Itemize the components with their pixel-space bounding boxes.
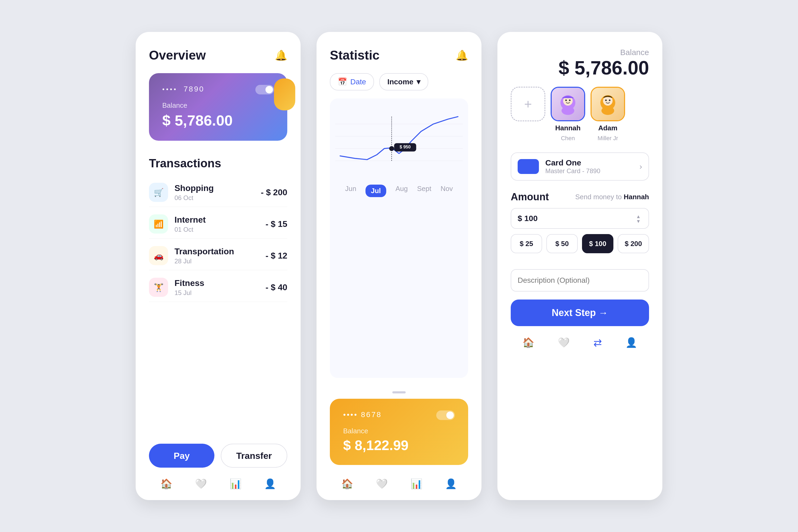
card-selector-icon	[518, 159, 539, 174]
chart-nav-icon[interactable]: 📊	[230, 478, 242, 490]
send-to-name: Hannah	[624, 193, 649, 201]
card-selector[interactable]: Card One Master Card - 7890 ›	[511, 152, 649, 180]
shopping-icon: 🛒	[149, 183, 168, 202]
home-nav-icon-3[interactable]: 🏠	[522, 337, 534, 348]
preset-100-button[interactable]: $ 100	[582, 234, 613, 253]
transaction-date: 06 Oct	[174, 194, 261, 202]
balance-amount: $ 5,786.00	[511, 57, 649, 79]
bottom-nav: 🏠 🤍 📊 👤	[149, 470, 287, 490]
recipients-row: + Hannah Chen	[511, 87, 649, 142]
preset-200-button[interactable]: $ 200	[618, 234, 649, 253]
scroll-indicator	[330, 391, 468, 394]
phone2-bottom-nav: 🏠 🤍 📊 👤	[330, 470, 468, 490]
recipient-adam[interactable]: Adam Miller Jr	[590, 87, 625, 142]
amount-spinner: ▲ ▼	[635, 214, 642, 223]
scroll-dot	[392, 391, 406, 394]
card-selector-name: Card One	[545, 158, 640, 167]
card-selector-info: Card One Master Card - 7890	[545, 158, 640, 175]
home-nav-icon[interactable]: 🏠	[160, 478, 172, 490]
person-nav-icon[interactable]: 👤	[264, 478, 276, 490]
svg-text:$ 950: $ 950	[400, 145, 411, 150]
transaction-item[interactable]: 🚗 Transportation 28 Jul - $ 12	[149, 241, 287, 270]
transaction-item[interactable]: 📶 Internet 01 Oct - $ 15	[149, 210, 287, 239]
add-recipient-button[interactable]: +	[511, 87, 545, 121]
yellow-card-peek	[274, 78, 295, 110]
heart-nav-icon[interactable]: 🤍	[195, 478, 207, 490]
adam-name: Adam	[598, 124, 618, 132]
svg-point-12	[565, 99, 567, 101]
fitness-icon: 🏋️	[149, 278, 168, 297]
phone1-header: Overview 🔔	[149, 48, 287, 62]
card-balance-amount: $ 5,786.00	[162, 112, 274, 129]
preset-50-button[interactable]: $ 50	[546, 234, 578, 253]
description-input[interactable]	[511, 269, 649, 291]
svg-point-18	[609, 99, 610, 101]
pay-button[interactable]: Pay	[149, 444, 214, 468]
transaction-date: 28 Jul	[174, 258, 265, 265]
line-chart: $ 950	[335, 107, 463, 181]
orange-card-dots: ••••	[343, 411, 361, 419]
transaction-name: Shopping	[174, 183, 261, 193]
svg-point-17	[605, 99, 607, 101]
amount-header: Amount Send money to Hannah	[511, 191, 649, 203]
adam-subname: Miller Jr	[598, 135, 618, 142]
date-filter-label: Date	[350, 78, 366, 86]
transaction-item[interactable]: 🛒 Shopping 06 Oct - $ 200	[149, 178, 287, 207]
date-filter[interactable]: 📅 Date	[330, 73, 374, 91]
action-buttons: Pay Transfer	[149, 444, 287, 468]
balance-label: Balance	[511, 48, 649, 57]
card-selector-sub: Master Card - 7890	[545, 167, 640, 175]
phone2-statistic: Statistic 🔔 📅 Date Income ▾	[317, 32, 481, 500]
transaction-date: 15 Jul	[174, 289, 265, 297]
amount-input-row: ▲ ▼	[511, 208, 649, 229]
send-to-label: Send money to Hannah	[575, 193, 649, 201]
card-dots: ••••	[162, 86, 181, 93]
bell-icon[interactable]: 🔔	[275, 50, 287, 61]
balance-header: Balance $ 5,786.00	[511, 48, 649, 79]
statistic-title: Statistic	[330, 48, 380, 62]
person-nav-icon-2[interactable]: 👤	[445, 478, 457, 490]
heart-nav-icon-3[interactable]: 🤍	[558, 337, 570, 348]
orange-balance-amount: $ 8,122.99	[343, 437, 455, 453]
income-filter-label: Income	[387, 78, 413, 86]
hannah-avatar-img	[552, 88, 584, 120]
transfer-nav-icon[interactable]: ⇄	[593, 337, 602, 348]
hannah-name: Hannah	[555, 124, 581, 132]
transaction-name: Fitness	[174, 278, 265, 288]
transaction-item[interactable]: 🏋️ Fitness 15 Jul - $ 40	[149, 273, 287, 302]
phone3-bottom-nav: 🏠 🤍 ⇄ 👤	[511, 334, 649, 348]
card-toggle[interactable]	[255, 85, 274, 94]
chevron-down-icon: ▾	[417, 77, 420, 86]
heart-nav-icon-2[interactable]: 🤍	[376, 478, 388, 490]
chart-container: $ 950 Jun Jul Aug Sept Nov	[330, 98, 468, 378]
chart-labels: Jun Jul Aug Sept Nov	[335, 182, 463, 197]
transaction-info: Fitness 15 Jul	[174, 278, 265, 297]
transport-icon: 🚗	[149, 246, 168, 265]
phone1-overview: Overview 🔔 •••• 7890 Balance $ 5,786.00 …	[136, 32, 301, 500]
chart-label-sept: Sept	[417, 185, 432, 197]
person-nav-icon-3[interactable]: 👤	[625, 337, 637, 348]
internet-icon: 📶	[149, 214, 168, 233]
amount-down-button[interactable]: ▼	[635, 219, 642, 223]
toggle-knob	[265, 86, 273, 93]
next-step-button[interactable]: Next Step →	[511, 300, 649, 326]
svg-point-13	[569, 99, 571, 101]
transaction-amount: - $ 12	[265, 251, 287, 261]
overview-title: Overview	[149, 48, 206, 62]
stats-nav-icon-2[interactable]: 📊	[411, 478, 422, 490]
phone2-header: Statistic 🔔	[330, 48, 468, 62]
bell-icon-2[interactable]: 🔔	[456, 50, 468, 61]
transaction-name: Transportation	[174, 247, 265, 256]
amount-input[interactable]	[518, 214, 635, 223]
home-nav-icon-2[interactable]: 🏠	[341, 478, 353, 490]
orange-toggle[interactable]	[436, 411, 455, 420]
amount-up-button[interactable]: ▲	[635, 214, 642, 218]
income-filter[interactable]: Income ▾	[379, 73, 428, 91]
svg-point-11	[562, 107, 574, 115]
recipient-hannah[interactable]: Hannah Chen	[551, 87, 585, 142]
transfer-button[interactable]: Transfer	[221, 444, 287, 468]
chart-label-jul[interactable]: Jul	[365, 185, 386, 197]
preset-25-button[interactable]: $ 25	[511, 234, 542, 253]
transaction-list: 🛒 Shopping 06 Oct - $ 200 📶 Internet 01 …	[149, 178, 287, 433]
amount-presets: $ 25 $ 50 $ 100 $ 200	[511, 234, 649, 253]
